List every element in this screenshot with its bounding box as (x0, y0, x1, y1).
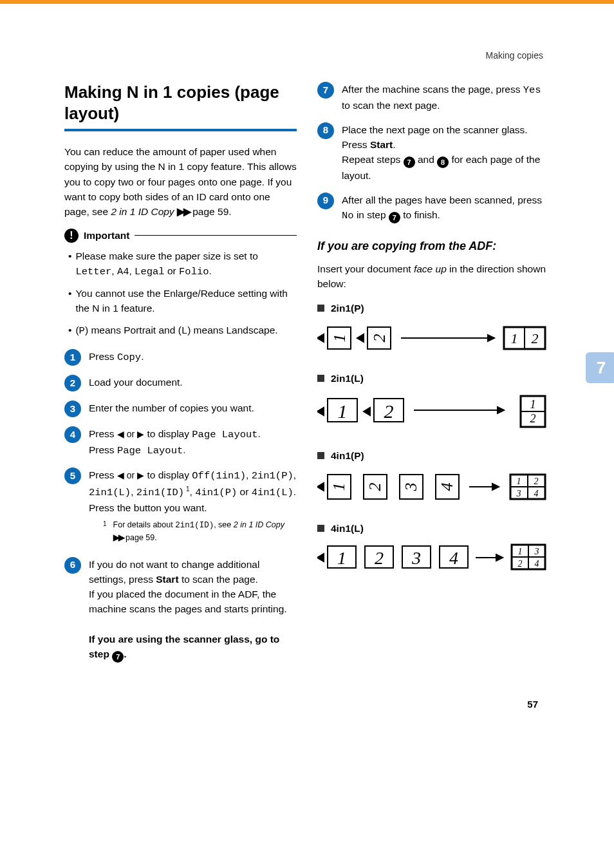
svg-text:1: 1 (337, 548, 346, 568)
label-2in1l: 2in1(L) (331, 371, 364, 386)
step-ref-7c: 7 (389, 212, 400, 223)
footnote-1: 1 For details about 2in1(ID), see 2 in 1… (103, 519, 297, 544)
svg-text:3: 3 (516, 489, 521, 498)
bullet-icon (317, 525, 324, 532)
svg-text:1: 1 (530, 398, 536, 411)
important-item-1: Please make sure the paper size is set t… (75, 249, 297, 280)
important-item-3: (P) means Portrait and (L) means Landsca… (75, 323, 277, 339)
step-number-8: 8 (317, 122, 334, 139)
svg-marker-7 (488, 335, 494, 341)
svg-text:1: 1 (338, 401, 348, 422)
xref-2in1-id-copy-fn[interactable]: 2 in 1 ID Copy (234, 520, 284, 529)
bullet-icon (317, 452, 324, 459)
svg-marker-3 (357, 334, 364, 342)
intro-paragraph: You can reduce the amount of paper used … (64, 144, 297, 219)
svg-text:2: 2 (532, 330, 539, 346)
step-number-1: 1 (64, 349, 81, 366)
step-number-4: 4 (64, 426, 81, 443)
svg-text:4: 4 (535, 559, 539, 569)
svg-text:4: 4 (438, 482, 456, 491)
step-3: Enter the number of copies you want. (89, 401, 297, 417)
svg-text:2: 2 (518, 559, 523, 569)
svg-marker-52 (496, 554, 503, 561)
step-ref-8: 8 (437, 156, 449, 168)
step-2: Load your document. (89, 375, 297, 392)
diagram-4in1l: 1 2 3 4 1 3 2 4 (317, 543, 549, 572)
step-number-3: 3 (64, 401, 81, 417)
label-2in1p: 2in1(P) (331, 301, 364, 316)
step-1: Press Copy. (89, 349, 297, 366)
svg-text:3: 3 (411, 548, 421, 568)
important-label: Important (84, 228, 129, 243)
bullet-icon (317, 375, 324, 382)
svg-marker-34 (492, 484, 499, 490)
step-9: After all the pages have been scanned, p… (342, 193, 550, 224)
step-number-6: 6 (64, 557, 81, 574)
svg-text:3: 3 (402, 482, 420, 491)
step-5: Press ◀ or ▶ to display Off(1in1), 2in1(… (89, 467, 297, 547)
important-item-2: You cannot use the Enlarge/Reduce settin… (75, 286, 297, 316)
diagram-2in1p: 1 2 1 2 (317, 323, 549, 353)
adf-text: Insert your document face up in the dire… (317, 261, 550, 292)
step-7: After the machine scans the page, press … (342, 82, 550, 113)
svg-text:2: 2 (366, 482, 384, 491)
title-underline (64, 129, 297, 131)
svg-text:2: 2 (534, 476, 539, 486)
adf-heading: If you are copying from the ADF: (317, 238, 550, 255)
step-8: Place the next page on the scanner glass… (342, 122, 550, 184)
svg-marker-19 (498, 407, 504, 413)
breadcrumb: Making copies (0, 4, 614, 62)
svg-marker-24 (317, 483, 324, 491)
svg-text:2: 2 (375, 548, 384, 568)
svg-text:3: 3 (534, 547, 539, 556)
step-6: If you do not want to change additional … (89, 557, 297, 663)
bullet-icon (317, 305, 324, 312)
important-list: Please make sure the paper size is set t… (64, 249, 297, 339)
label-4in1l: 4in1(L) (331, 521, 364, 536)
step-number-5: 5 (64, 467, 81, 484)
page-number: 57 (64, 697, 550, 712)
svg-marker-0 (317, 334, 324, 342)
chapter-tab: 7 (586, 352, 614, 383)
svg-text:1: 1 (330, 334, 349, 342)
diagram-4in1p: 1 2 3 4 1 2 3 4 (317, 471, 549, 503)
label-4in1p: 4in1(P) (331, 448, 364, 463)
svg-text:1: 1 (330, 482, 348, 491)
step-ref-7b: 7 (404, 156, 415, 168)
diagram-2in1l: 1 2 1 2 (317, 393, 549, 429)
step-ref-7: 7 (112, 651, 124, 663)
xref-2in1-id-copy[interactable]: 2 in 1 ID Copy (111, 206, 174, 217)
svg-text:4: 4 (449, 548, 458, 568)
svg-marker-12 (317, 408, 324, 415)
svg-text:2: 2 (384, 401, 394, 422)
step-number-9: 9 (317, 193, 334, 209)
svg-text:2: 2 (530, 412, 536, 425)
svg-text:1: 1 (517, 476, 521, 486)
step-number-7: 7 (317, 82, 334, 99)
svg-marker-15 (364, 408, 370, 415)
svg-marker-42 (317, 554, 324, 561)
divider (135, 235, 297, 236)
page-title: Making N in 1 copies (page layout) (64, 82, 297, 124)
svg-text:2: 2 (370, 334, 389, 342)
step-4: Press ◀ or ▶ to display Page Layout. Pre… (89, 426, 297, 459)
svg-text:4: 4 (534, 489, 539, 498)
svg-text:1: 1 (518, 547, 523, 556)
important-icon: ! (64, 229, 79, 243)
step-number-2: 2 (64, 375, 81, 392)
svg-text:1: 1 (511, 330, 518, 346)
